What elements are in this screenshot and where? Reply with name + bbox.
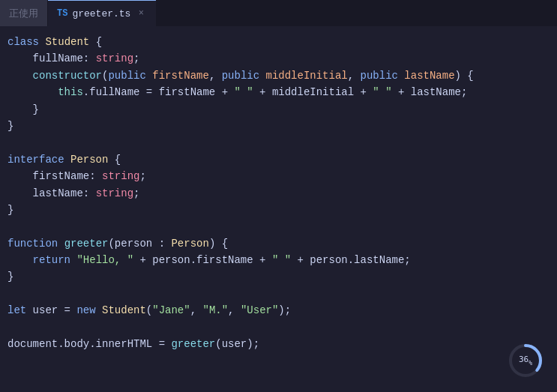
code-token: {: [89, 34, 102, 50]
code-token: "User": [241, 302, 278, 319]
code-line: constructor(public firstName, public mid…: [0, 67, 557, 84]
code-line: interface Person {: [0, 151, 557, 168]
code-line: function greeter(person : Person) {: [0, 235, 557, 252]
code-token: "M.": [203, 302, 229, 319]
code-token: fullName:: [7, 50, 96, 67]
code-token: ,: [190, 302, 203, 319]
code-line: lastName: string;: [0, 185, 557, 202]
code-token: ,: [209, 67, 222, 84]
code-token: (person :: [108, 235, 171, 252]
code-token: interface: [7, 151, 70, 168]
code-token: this: [58, 84, 83, 100]
progress-suffix: %: [529, 360, 532, 367]
code-token: string: [96, 50, 133, 67]
code-token: (: [102, 67, 108, 84]
code-token: new: [76, 302, 102, 319]
code-token: ) {: [455, 67, 474, 84]
ts-icon: TS: [57, 8, 67, 19]
code-token: ;: [133, 185, 139, 202]
code-token: constructor: [33, 67, 102, 84]
code-token: string: [96, 185, 133, 202]
tab-bar: 正使用 TS greeter.ts ×: [0, 0, 557, 26]
code-line: firstName: string;: [0, 168, 557, 184]
code-line: [0, 319, 557, 336]
code-token: " ": [234, 84, 253, 100]
code-token: "Hello, ": [76, 252, 133, 268]
code-token: ) {: [209, 235, 228, 252]
code-line: }: [0, 101, 557, 118]
code-editor: class Student { fullName: string; constr…: [0, 26, 557, 392]
code-token: }: [7, 118, 13, 134]
code-token: firstName:: [7, 168, 102, 184]
code-token: + person.lastName;: [291, 252, 411, 268]
code-token: " ": [373, 84, 391, 100]
code-token: + person.firstName +: [133, 252, 272, 268]
code-token: Student: [102, 302, 146, 319]
code-token: }: [7, 202, 13, 218]
code-token: + lastName;: [392, 84, 468, 100]
code-token: string: [102, 168, 139, 184]
progress-circle: 36%: [508, 343, 544, 379]
code-token: greeter: [64, 235, 109, 252]
code-line: [0, 134, 557, 151]
code-line: }: [0, 268, 557, 285]
code-token: firstName: [152, 67, 209, 84]
code-token: ;: [133, 50, 139, 67]
tab-close-button[interactable]: ×: [135, 7, 147, 19]
code-token: Student: [45, 34, 89, 50]
code-token: Person: [171, 235, 208, 252]
code-token: public: [108, 67, 152, 84]
code-line: document.body.innerHTML = greeter(user);: [0, 336, 557, 352]
code-token: [7, 67, 33, 84]
code-token: [7, 252, 33, 268]
code-token: function: [7, 235, 64, 252]
tab-active-label: greeter.ts: [72, 8, 130, 19]
code-token: }: [7, 101, 39, 118]
code-token: ,: [228, 302, 241, 319]
code-token: " ": [272, 252, 291, 268]
code-line: this.fullName = firstName + " " + middle…: [0, 84, 557, 100]
tab-inactive-label: 正使用: [9, 7, 38, 20]
code-token: document.body.innerHTML =: [7, 336, 171, 352]
code-token: "Jane": [152, 302, 190, 319]
code-token: }: [7, 268, 13, 285]
code-token: public: [361, 67, 405, 84]
code-token: (user);: [215, 336, 259, 352]
code-token: let: [7, 302, 33, 319]
code-token: class: [7, 34, 45, 50]
code-token: {: [108, 151, 121, 168]
code-token: + middleInitial +: [253, 84, 373, 100]
code-token: (: [146, 302, 152, 319]
code-line: [0, 286, 557, 302]
code-token: user: [33, 302, 58, 319]
code-line: }: [0, 118, 557, 134]
code-line: }: [0, 202, 557, 218]
code-token: .fullName = firstName +: [83, 84, 235, 100]
code-line: let user = new Student("Jane", "M.", "Us…: [0, 302, 557, 319]
code-token: middleInitial: [266, 67, 348, 84]
tab-active[interactable]: TS greeter.ts ×: [48, 0, 156, 26]
code-token: public: [222, 67, 266, 84]
code-line: [0, 218, 557, 235]
code-line: return "Hello, " + person.firstName + " …: [0, 252, 557, 268]
code-token: );: [278, 302, 291, 319]
tab-inactive[interactable]: 正使用: [0, 0, 48, 26]
code-token: return: [33, 252, 77, 268]
code-token: greeter: [171, 336, 215, 352]
code-token: =: [58, 302, 76, 319]
code-token: lastName: [404, 67, 454, 84]
progress-label: 36%: [519, 355, 532, 366]
code-line: class Student {: [0, 34, 557, 50]
code-token: lastName:: [7, 185, 96, 202]
code-line: fullName: string;: [0, 50, 557, 67]
code-token: Person: [70, 151, 108, 168]
code-token: ;: [139, 168, 145, 184]
code-token: ,: [348, 67, 361, 84]
code-token: [7, 84, 58, 100]
